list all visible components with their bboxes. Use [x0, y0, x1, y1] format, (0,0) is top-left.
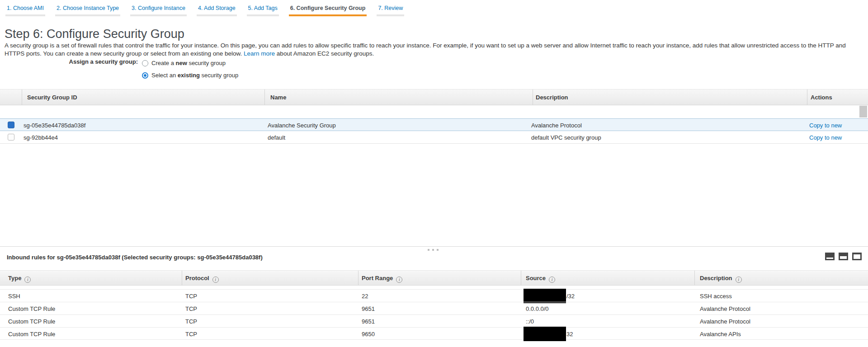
cell-source: 32: [524, 331, 573, 338]
cell-type: SSH: [8, 293, 20, 300]
radio-checked-icon[interactable]: [142, 72, 148, 79]
cell-protocol: TCP: [185, 318, 197, 325]
security-group-row[interactable]: sg-05e35e44785da038f Avalanche Security …: [0, 118, 868, 131]
cell-rule-description: Avalanche Protocol: [700, 318, 750, 325]
copy-to-new-link[interactable]: Copy to new: [809, 122, 842, 129]
radio-unchecked-icon[interactable]: [142, 60, 148, 66]
header-name: Name: [270, 94, 286, 101]
cell-group-name: default: [268, 134, 285, 141]
cell-source: 0.0.0.0/0: [526, 305, 549, 312]
tab-choose-ami[interactable]: 1. Choose AMI: [5, 0, 45, 16]
cell-type: Custom TCP Rule: [8, 331, 55, 338]
inbound-rule-row: Custom TCP Rule TCP 9651 ::/0 Avalanche …: [0, 314, 868, 327]
column-divider: [22, 89, 22, 105]
radio-label: Select an existing security group: [151, 72, 238, 79]
header-protocol: Protocoli: [185, 275, 219, 283]
cell-type: Custom TCP Rule: [8, 318, 55, 325]
checkbox-checked-icon[interactable]: [8, 122, 14, 128]
inbound-rules-title: Inbound rules for sg-05e35e44785da038f (…: [7, 254, 263, 261]
radio-label: Create a new security group: [151, 60, 226, 66]
cell-protocol: TCP: [185, 305, 197, 312]
column-divider: [182, 271, 182, 285]
tab-add-tags[interactable]: 5. Add Tags: [247, 0, 279, 16]
tab-configure-instance[interactable]: 3. Configure Instance: [130, 0, 187, 16]
assign-security-group-options: Create a new security group Select an ex…: [142, 57, 238, 81]
description-suffix: about Amazon EC2 security groups.: [277, 50, 374, 57]
tab-configure-security-group[interactable]: 6. Configure Security Group: [289, 0, 367, 16]
radio-create-new-group[interactable]: Create a new security group: [142, 57, 238, 69]
info-icon[interactable]: i: [736, 277, 742, 283]
cell-protocol: TCP: [185, 293, 197, 300]
cell-group-id: sg-05e35e44785da038f: [24, 122, 85, 129]
cell-type: Custom TCP Rule: [8, 305, 55, 312]
header-port-range: Port Rangei: [362, 275, 402, 283]
column-divider: [807, 89, 807, 105]
wizard-tabs: 1. Choose AMI 2. Choose Instance Type 3.…: [0, 0, 404, 16]
panel-size-medium-icon[interactable]: [839, 253, 848, 260]
inbound-rule-row: SSH TCP 22 /32 SSH access: [0, 289, 868, 302]
cell-group-description: Avalanche Protocol: [531, 122, 582, 129]
panel-size-large-icon[interactable]: [852, 253, 862, 260]
description-text: A security group is a set of firewall ru…: [5, 42, 846, 57]
inbound-rule-row: Custom TCP Rule TCP 9650 32 Avalanche AP…: [0, 327, 868, 340]
cell-rule-description: SSH access: [700, 293, 732, 300]
checkbox-unchecked-icon[interactable]: [8, 134, 14, 141]
column-divider: [358, 271, 359, 285]
cell-group-description: default VPC security group: [531, 134, 601, 141]
header-type: Typei: [8, 275, 31, 283]
redacted-ip-block: [524, 327, 566, 341]
copy-to-new-link[interactable]: Copy to new: [809, 134, 842, 141]
cell-group-id: sg-92bb44e4: [24, 134, 58, 141]
radio-select-existing-group[interactable]: Select an existing security group: [142, 69, 238, 81]
security-group-row[interactable]: sg-92bb44e4 default default VPC security…: [0, 131, 868, 144]
header-source: Sourcei: [526, 275, 555, 283]
column-divider: [694, 271, 695, 285]
cell-port-range: 9650: [362, 331, 375, 338]
cell-port-range: 9651: [362, 318, 375, 325]
cell-source: /32: [524, 293, 575, 300]
cell-rule-description: Avalanche Protocol: [700, 305, 750, 312]
redacted-ip-block: [524, 289, 566, 303]
page-title: Step 6: Configure Security Group: [5, 27, 184, 41]
scrollbar-thumb[interactable]: [859, 106, 867, 117]
cell-port-range: 9651: [362, 305, 375, 312]
header-security-group-id: Security Group ID: [27, 94, 77, 101]
security-groups-table-header: Security Group ID Name Description Actio…: [0, 89, 868, 105]
column-divider: [521, 271, 521, 285]
header-actions: Actions: [811, 94, 832, 101]
cell-source: ::/0: [526, 318, 534, 325]
cell-port-range: 22: [362, 293, 368, 300]
info-icon[interactable]: i: [396, 277, 402, 283]
column-divider: [264, 89, 265, 105]
inbound-rule-row: Custom TCP Rule TCP 9651 0.0.0.0/0 Avala…: [0, 302, 868, 314]
table-size-toggles: [825, 253, 862, 260]
cell-group-name: Avalanche Security Group: [268, 122, 336, 129]
cell-rule-description: Avalanche APIs: [700, 331, 741, 338]
info-icon[interactable]: i: [549, 277, 555, 283]
header-rule-description: Descriptioni: [700, 275, 742, 283]
learn-more-link[interactable]: Learn more: [244, 50, 275, 57]
info-icon[interactable]: i: [24, 277, 31, 283]
info-icon[interactable]: i: [212, 277, 219, 283]
tab-add-storage[interactable]: 4. Add Storage: [197, 0, 237, 16]
cell-protocol: TCP: [185, 331, 197, 338]
header-description: Description: [536, 94, 568, 101]
panel-size-small-icon[interactable]: [825, 253, 835, 260]
tab-review[interactable]: 7. Review: [377, 0, 404, 16]
drag-handle-dots-icon[interactable]: [428, 249, 439, 251]
page-description: A security group is a set of firewall ru…: [5, 42, 864, 58]
panel-divider: [0, 246, 868, 247]
column-divider: [533, 89, 533, 105]
tab-choose-instance-type[interactable]: 2. Choose Instance Type: [55, 0, 120, 16]
inbound-rules-table-header: Typei Protocoli Port Rangei Sourcei Desc…: [0, 270, 868, 286]
assign-security-group-label: Assign a security group:: [0, 58, 138, 65]
